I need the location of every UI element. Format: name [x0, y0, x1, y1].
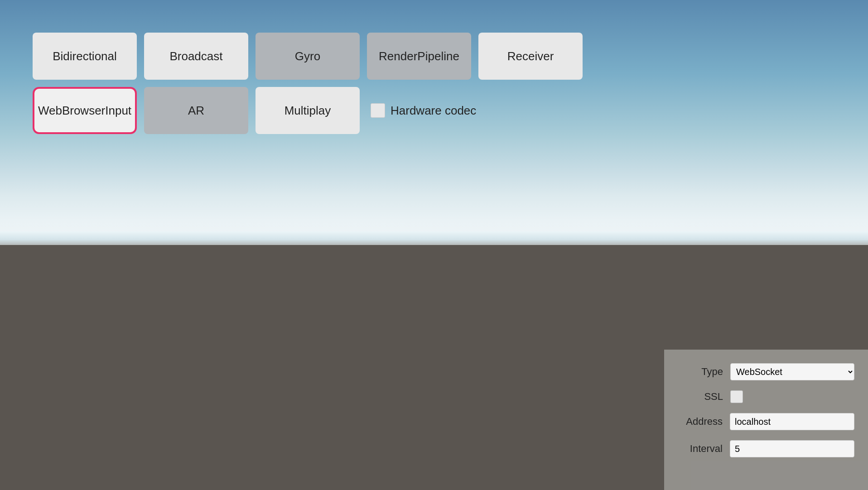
ssl-row: SSL	[678, 390, 854, 403]
renderpipeline-button[interactable]: RenderPipeline	[367, 33, 471, 80]
interval-input[interactable]	[730, 440, 854, 457]
address-input[interactable]	[730, 413, 854, 430]
type-select[interactable]: WebSocket SFU TURN	[730, 363, 854, 380]
receiver-button[interactable]: Receiver	[478, 33, 583, 80]
address-label: Address	[678, 416, 723, 428]
type-label: Type	[678, 366, 723, 378]
ssl-label: SSL	[678, 391, 723, 403]
type-row: Type WebSocket SFU TURN	[678, 363, 854, 380]
gyro-button[interactable]: Gyro	[256, 33, 360, 80]
ar-button[interactable]: AR	[144, 87, 248, 134]
top-button-row: Bidirectional Broadcast Gyro RenderPipel…	[33, 33, 583, 80]
hardware-codec-checkbox[interactable]	[371, 103, 385, 118]
ssl-checkbox[interactable]	[730, 390, 743, 403]
webbrowserinput-button[interactable]: WebBrowserInput	[33, 87, 137, 134]
second-button-row: WebBrowserInput AR Multiplay Hardware co…	[33, 87, 476, 134]
broadcast-button[interactable]: Broadcast	[144, 33, 248, 80]
interval-label: Interval	[678, 443, 723, 455]
multiplay-button[interactable]: Multiplay	[256, 87, 360, 134]
settings-panel: Type WebSocket SFU TURN SSL Address Inte…	[664, 350, 868, 490]
hardware-codec-row: Hardware codec	[371, 103, 476, 118]
hardware-codec-label: Hardware codec	[391, 104, 476, 118]
address-row: Address	[678, 413, 854, 430]
bidirectional-button[interactable]: Bidirectional	[33, 33, 137, 80]
interval-row: Interval	[678, 440, 854, 457]
